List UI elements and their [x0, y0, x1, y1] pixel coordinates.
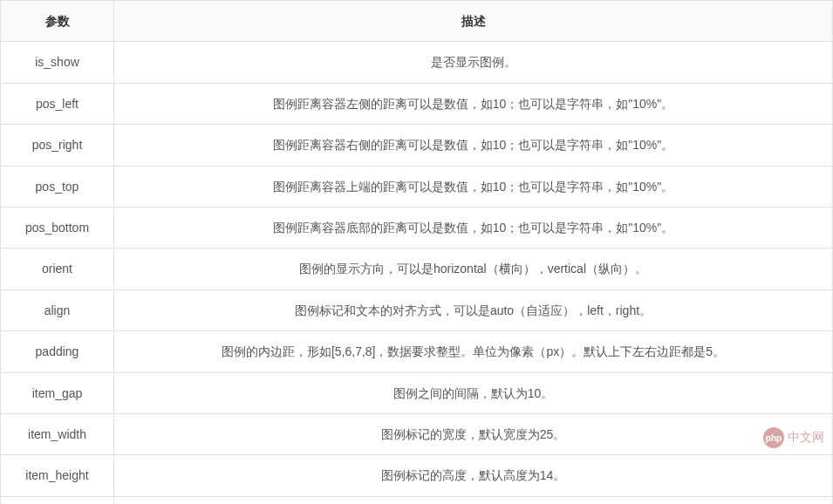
table-row: item_height 图例标记的高度，默认高度为14。	[1, 455, 833, 496]
param-cell: pos_left	[1, 83, 114, 124]
param-cell: pos_top	[1, 166, 114, 207]
param-cell: item_height	[1, 455, 114, 496]
description-cell: 是否显示图例。	[114, 42, 833, 83]
param-cell: padding	[1, 331, 114, 372]
table-row: pos_bottom 图例距离容器底部的距离可以是数值，如10；也可以是字符串，…	[1, 207, 833, 248]
description-cell: 图例的显示方向，可以是horizontal（横向），vertical（纵向）。	[114, 249, 833, 289]
table-row: orient 图例的显示方向，可以是horizontal（横向），vertica…	[1, 249, 833, 289]
description-cell: 图例标记和文本的对齐方式，可以是auto（自适应），left，right。	[114, 289, 833, 330]
description-cell: 图例标记的宽度，默认宽度为25。	[114, 413, 833, 454]
table-row: textstyle_opts 图例字体样式，参数值用到了options模块的Te…	[1, 496, 833, 504]
table-header-row: 参数 描述	[1, 1, 833, 42]
param-cell: align	[1, 289, 114, 330]
description-cell: 图例距离容器右侧的距离可以是数值，如10；也可以是字符串，如"10%"。	[114, 125, 833, 166]
description-cell: 图例标记的高度，默认高度为14。	[114, 455, 833, 496]
param-cell: textstyle_opts	[1, 496, 114, 504]
table-row: item_width 图例标记的宽度，默认宽度为25。	[1, 413, 833, 454]
table-row: padding 图例的内边距，形如[5,6,7,8]，数据要求整型。单位为像素（…	[1, 331, 833, 372]
param-cell: orient	[1, 249, 114, 289]
param-cell: pos_right	[1, 125, 114, 166]
table-row: pos_right 图例距离容器右侧的距离可以是数值，如10；也可以是字符串，如…	[1, 125, 833, 166]
description-cell: 图例的内边距，形如[5,6,7,8]，数据要求整型。单位为像素（px）。默认上下…	[114, 331, 833, 372]
description-cell: 图例距离容器底部的距离可以是数值，如10；也可以是字符串，如"10%"。	[114, 207, 833, 248]
table-row: pos_top 图例距离容器上端的距离可以是数值，如10；也可以是字符串，如"1…	[1, 166, 833, 207]
param-cell: is_show	[1, 42, 114, 83]
parameter-table: 参数 描述 is_show 是否显示图例。 pos_left 图例距离容器左侧的…	[0, 0, 833, 504]
table-row: is_show 是否显示图例。	[1, 42, 833, 83]
param-cell: item_width	[1, 413, 114, 454]
table-row: align 图例标记和文本的对齐方式，可以是auto（自适应），left，rig…	[1, 289, 833, 330]
description-cell: 图例之间的间隔，默认为10。	[114, 372, 833, 413]
description-cell: 图例字体样式，参数值用到了options模块的TextStyleOpts()方法…	[114, 496, 833, 504]
description-cell: 图例距离容器左侧的距离可以是数值，如10；也可以是字符串，如"10%"。	[114, 83, 833, 124]
table-row: pos_left 图例距离容器左侧的距离可以是数值，如10；也可以是字符串，如"…	[1, 83, 833, 124]
table-row: item_gap 图例之间的间隔，默认为10。	[1, 372, 833, 413]
param-cell: pos_bottom	[1, 207, 114, 248]
param-cell: item_gap	[1, 372, 114, 413]
header-param: 参数	[1, 1, 114, 42]
description-cell: 图例距离容器上端的距离可以是数值，如10；也可以是字符串，如"10%"。	[114, 166, 833, 207]
header-description: 描述	[114, 1, 833, 42]
